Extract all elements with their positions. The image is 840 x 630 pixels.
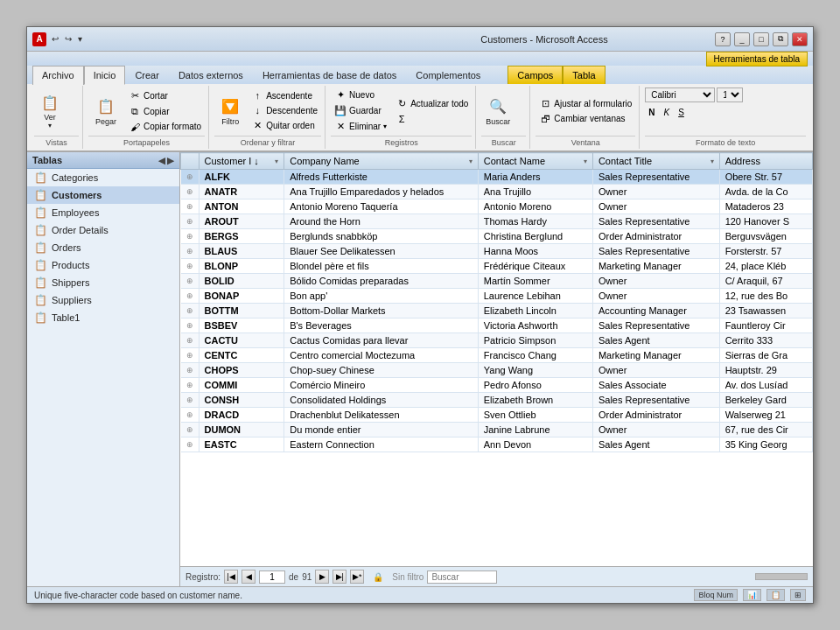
guardar-button[interactable]: 💾 Guardar: [331, 103, 390, 118]
copiar-button[interactable]: ⧉ Copiar: [125, 104, 205, 119]
table-row[interactable]: ⊕ ANATR Ana Trujillo Emparedados y helad…: [181, 185, 813, 200]
col-contact-title[interactable]: Contact Title ▾: [592, 153, 719, 170]
table-row[interactable]: ⊕ CONSH Consolidated Holdings Elizabeth …: [181, 393, 813, 408]
nav-first-button[interactable]: |◀: [224, 570, 238, 584]
pegar-button[interactable]: 📋 Pegar: [88, 94, 123, 129]
ascendente-button[interactable]: ↑ Ascendente: [248, 88, 321, 102]
row-expand[interactable]: ⊕: [181, 378, 200, 393]
table-row[interactable]: ⊕ ALFK Alfreds Futterkiste Maria Anders …: [181, 170, 813, 185]
row-expand[interactable]: ⊕: [181, 274, 200, 289]
table-row[interactable]: ⊕ COMMI Comércio Mineiro Pedro Afonso Sa…: [181, 378, 813, 393]
row-expand[interactable]: ⊕: [181, 318, 200, 333]
nav-next-button[interactable]: ▶: [315, 570, 329, 584]
table-row[interactable]: ⊕ BONAP Bon app' Laurence Lebihan Owner …: [181, 289, 813, 304]
row-expand[interactable]: ⊕: [181, 214, 200, 229]
sigma-button[interactable]: Σ: [392, 112, 472, 126]
minimize-button[interactable]: _: [734, 32, 750, 46]
row-expand[interactable]: ⊕: [181, 408, 200, 423]
close-button[interactable]: ✕: [792, 32, 808, 46]
sidebar-item-employees[interactable]: 📋 Employees: [27, 204, 179, 221]
table-row[interactable]: ⊕ BERGS Berglunds snabbköp Christina Ber…: [181, 229, 813, 244]
tab-campos[interactable]: Campos: [508, 66, 563, 84]
row-expand[interactable]: ⊕: [181, 170, 200, 185]
ver-button[interactable]: 📋 Ver ▾: [34, 89, 66, 132]
table-row[interactable]: ⊕ DUMON Du monde entier Janine Labrune O…: [181, 423, 813, 438]
tab-inicio[interactable]: Inicio: [84, 66, 126, 85]
font-family-select[interactable]: Calibri: [645, 88, 715, 102]
sidebar-item-table1[interactable]: 📋 Table1: [27, 309, 179, 326]
descendente-button[interactable]: ↓ Descendente: [248, 103, 321, 117]
col-customer-id[interactable]: Customer I ↓ ▾: [199, 153, 284, 170]
sidebar-item-customers[interactable]: 📋 Customers: [27, 186, 179, 204]
sidebar-item-orders[interactable]: 📋 Orders: [27, 239, 179, 256]
redo-button[interactable]: ↪: [63, 34, 74, 44]
table-row[interactable]: ⊕ CACTU Cactus Comidas para llevar Patri…: [181, 333, 813, 348]
table-row[interactable]: ⊕ ANTON Antonio Moreno Taquería Antonio …: [181, 200, 813, 214]
scroll-thumb[interactable]: [755, 573, 808, 580]
row-expand[interactable]: ⊕: [181, 200, 200, 214]
table-row[interactable]: ⊕ EASTC Eastern Connection Ann Devon Sal…: [181, 438, 813, 452]
nav-prev-button[interactable]: ◀: [242, 570, 256, 584]
tab-archivo[interactable]: Archivo: [32, 66, 84, 85]
italic-button[interactable]: K: [661, 106, 674, 119]
table-row[interactable]: ⊕ BLAUS Blauer See Delikatessen Hanna Mo…: [181, 244, 813, 259]
help-button[interactable]: ?: [715, 32, 731, 46]
filtro-button[interactable]: 🔽 Filtro: [214, 94, 246, 129]
table-row[interactable]: ⊕ BOLID Bólido Comidas preparadas Martín…: [181, 274, 813, 289]
sidebar-item-suppliers[interactable]: 📋 Suppliers: [27, 291, 179, 309]
undo-button[interactable]: ↩: [50, 34, 60, 44]
row-expand[interactable]: ⊕: [181, 244, 200, 259]
cortar-button[interactable]: ✂ Cortar: [125, 88, 205, 103]
tab-complementos[interactable]: Complementos: [406, 66, 490, 84]
row-expand[interactable]: ⊕: [181, 229, 200, 244]
row-expand[interactable]: ⊕: [181, 348, 200, 363]
sidebar-item-shippers[interactable]: 📋 Shippers: [27, 274, 179, 291]
sidebar-item-products[interactable]: 📋 Products: [27, 256, 179, 274]
sidebar-item-categories[interactable]: 📋 Categories: [27, 169, 179, 186]
nav-new-button[interactable]: ▶*: [350, 570, 364, 584]
row-expand[interactable]: ⊕: [181, 304, 200, 318]
bold-button[interactable]: N: [645, 106, 658, 119]
sidebar-item-order-details[interactable]: 📋 Order Details: [27, 221, 179, 239]
table-row[interactable]: ⊕ BOTTM Bottom-Dollar Markets Elizabeth …: [181, 304, 813, 318]
row-expand[interactable]: ⊕: [181, 185, 200, 200]
sidebar-back-button[interactable]: ◀: [158, 156, 165, 165]
restore-button[interactable]: ⧉: [773, 32, 788, 46]
nuevo-button[interactable]: ✦ Nuevo: [331, 88, 390, 102]
font-size-select[interactable]: 11: [717, 88, 743, 102]
tab-tabla[interactable]: Tabla: [563, 66, 605, 84]
row-expand[interactable]: ⊕: [181, 423, 200, 438]
actualizar-button[interactable]: ↻ Actualizar todo: [392, 96, 472, 111]
tab-datos[interactable]: Datos externos: [169, 66, 253, 84]
nav-last-button[interactable]: ▶|: [332, 570, 346, 584]
tab-herramientas[interactable]: Herramientas de base de datos: [253, 66, 406, 84]
table-wrapper[interactable]: Customer I ↓ ▾ Company Name ▾: [180, 152, 813, 566]
row-expand[interactable]: ⊕: [181, 289, 200, 304]
ajustar-button[interactable]: ⊡ Ajustar al formulario: [536, 96, 635, 111]
table-row[interactable]: ⊕ CENTC Centro comercial Moctezuma Franc…: [181, 348, 813, 363]
col-company-name[interactable]: Company Name ▾: [284, 153, 479, 170]
table-row[interactable]: ⊕ BLONP Blondel père et fils Frédérique …: [181, 259, 813, 274]
row-expand[interactable]: ⊕: [181, 438, 200, 452]
qa-dropdown[interactable]: ▾: [76, 34, 84, 44]
table-row[interactable]: ⊕ BSBEV B's Beverages Victoria Ashworth …: [181, 318, 813, 333]
table-row[interactable]: ⊕ DRACD Drachenblut Delikatessen Sven Ot…: [181, 408, 813, 423]
row-expand[interactable]: ⊕: [181, 333, 200, 348]
underline-button[interactable]: S: [675, 106, 688, 119]
quitar-orden-button[interactable]: ✕ Quitar orden: [248, 118, 321, 133]
buscar-button[interactable]: 🔍 Buscar: [481, 94, 514, 129]
col-address[interactable]: Address: [719, 153, 812, 170]
eliminar-button[interactable]: ✕ Eliminar ▾: [331, 119, 390, 134]
table-row[interactable]: ⊕ AROUT Around the Horn Thomas Hardy Sal…: [181, 214, 813, 229]
row-expand[interactable]: ⊕: [181, 259, 200, 274]
maximize-button[interactable]: □: [753, 32, 769, 46]
row-expand[interactable]: ⊕: [181, 363, 200, 378]
row-expand[interactable]: ⊕: [181, 393, 200, 408]
col-contact-name[interactable]: Contact Name ▾: [478, 153, 592, 170]
cambiar-ventanas-button[interactable]: 🗗 Cambiar ventanas: [536, 112, 635, 126]
nav-current-input[interactable]: [259, 570, 285, 584]
table-row[interactable]: ⊕ CHOPS Chop-suey Chinese Yang Wang Owne…: [181, 363, 813, 378]
search-input[interactable]: [427, 570, 497, 584]
tab-crear[interactable]: Crear: [125, 66, 169, 84]
copiar-formato-button[interactable]: 🖌 Copiar formato: [125, 120, 205, 134]
